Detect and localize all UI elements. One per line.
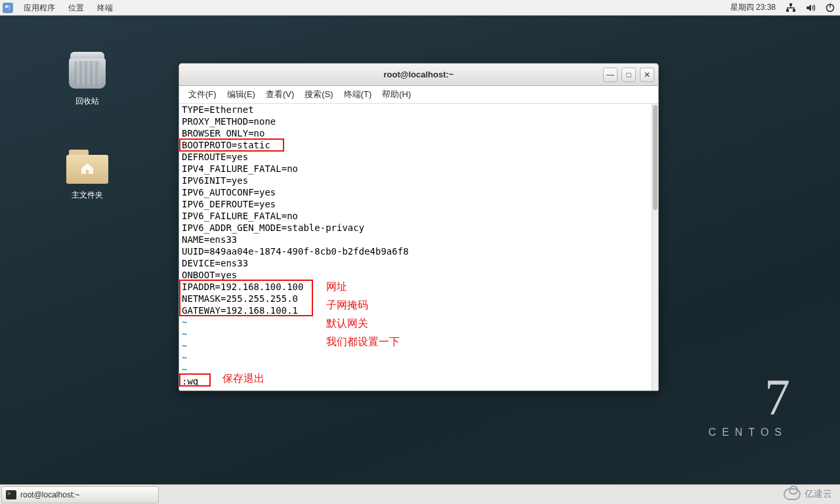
desktop-icon-trash[interactable]: 回收站 [58, 54, 117, 107]
menu-help[interactable]: 帮助(H) [377, 89, 416, 100]
centos-version: 7 [709, 371, 788, 423]
top-panel: 应用程序 位置 终端 星期四 23:38 [0, 0, 840, 16]
taskbar-task-terminal[interactable]: root@localhost:~ [1, 486, 159, 503]
centos-brand: 7 CENTOS [709, 371, 788, 438]
menu-terminal[interactable]: 终端 [91, 0, 119, 16]
folder-icon [66, 150, 108, 184]
file-line: IPV6_ADDR_GEN_MODE=stable-privacy [180, 222, 657, 234]
annotation-mask: 子网掩码 [326, 299, 368, 311]
file-line: IPV6_FAILURE_FATAL=no [180, 210, 657, 222]
home-icon [79, 161, 95, 177]
centos-name: CENTOS [709, 427, 788, 438]
desktop-icon-label: 回收站 [58, 96, 117, 107]
panel-left: 应用程序 位置 终端 [0, 0, 119, 16]
menu-view[interactable]: 查看(V) [261, 89, 299, 100]
menu-terminal[interactable]: 终端(T) [339, 89, 377, 100]
watermark: 亿速云 [784, 488, 832, 500]
watermark-text: 亿速云 [805, 488, 832, 500]
terminal-menubar: 文件(F) 编辑(E) 查看(V) 搜索(S) 终端(T) 帮助(H) [179, 86, 658, 104]
annotation-gateway: 默认网关 [326, 318, 368, 329]
vim-tilde: ~ [180, 340, 657, 352]
window-title: root@localhost:~ [179, 70, 658, 79]
terminal-body[interactable]: TYPE=Ethernet PROXY_METHOD=none BROWSER_… [179, 104, 658, 390]
vim-tilde: ~ [180, 316, 657, 328]
svg-rect-1 [786, 9, 789, 12]
menu-search[interactable]: 搜索(S) [299, 89, 338, 100]
file-line: TYPE=Ethernet [180, 104, 657, 116]
menu-applications[interactable]: 应用程序 [17, 0, 62, 16]
volume-icon[interactable] [805, 2, 816, 14]
file-line: ONBOOT=yes [180, 269, 657, 281]
file-line: IPV6INIT=yes [180, 175, 657, 186]
file-line: BOOTPROTO=static [180, 139, 657, 151]
window-close-button[interactable]: ✕ [640, 68, 654, 82]
vim-tilde: ~ [180, 352, 657, 364]
menu-file[interactable]: 文件(F) [183, 89, 222, 100]
terminal-scrollbar[interactable] [652, 104, 658, 390]
terminal-window: root@localhost:~ — □ ✕ 文件(F) 编辑(E) 查看(V)… [178, 63, 659, 391]
svg-rect-0 [789, 3, 792, 6]
file-line: DEFROUTE=yes [180, 151, 657, 163]
window-maximize-button[interactable]: □ [621, 68, 636, 82]
menu-edit[interactable]: 编辑(E) [222, 89, 261, 100]
power-icon[interactable] [824, 2, 836, 14]
window-titlebar[interactable]: root@localhost:~ — □ ✕ [179, 64, 658, 86]
svg-rect-4 [830, 3, 831, 7]
file-line: IPV4_FAILURE_FATAL=no [180, 163, 657, 175]
file-line: UUID=849aa04e-1874-490f-8cb0-b2fde4b9a6f… [180, 245, 657, 257]
file-line: IPADDR=192.168.100.100 [180, 281, 657, 293]
desktop-icon-home[interactable]: 主文件夹 [58, 148, 117, 201]
file-line: NETMASK=255.255.255.0 [180, 293, 657, 304]
vim-tilde: ~ [180, 328, 657, 340]
annotation-save: 保存退出 [222, 373, 264, 385]
file-line: IPV6_AUTOCONF=yes [180, 186, 657, 198]
task-label: root@localhost:~ [20, 490, 80, 499]
terminal-icon [6, 490, 16, 499]
file-line: GATEWAY=192.168.100.1 [180, 304, 657, 316]
annotation-setall: 我们都设置一下 [326, 336, 400, 348]
panel-right: 星期四 23:38 [725, 2, 840, 14]
menu-places[interactable]: 位置 [62, 0, 91, 16]
gnome-logo-icon[interactable] [3, 3, 13, 13]
clock[interactable]: 星期四 23:38 [725, 2, 781, 13]
svg-rect-2 [793, 9, 795, 12]
annotation-addr: 网址 [326, 281, 347, 293]
bottom-taskbar: root@localhost:~ [0, 484, 840, 504]
file-line: BROWSER_ONLY=no [180, 127, 657, 139]
file-line: PROXY_METHOD=none [180, 116, 657, 127]
desktop: 应用程序 位置 终端 星期四 23:38 回收站 主文件夹 [0, 0, 840, 504]
cloud-icon [784, 488, 801, 500]
trash-icon [69, 57, 106, 89]
file-line: DEVICE=ens33 [180, 257, 657, 269]
file-line: IPV6_DEFROUTE=yes [180, 198, 657, 210]
network-icon[interactable] [785, 2, 797, 14]
file-line: NAME=ens33 [180, 234, 657, 245]
scrollbar-thumb[interactable] [653, 105, 658, 210]
window-minimize-button[interactable]: — [603, 68, 618, 82]
desktop-icon-label: 主文件夹 [58, 190, 117, 201]
